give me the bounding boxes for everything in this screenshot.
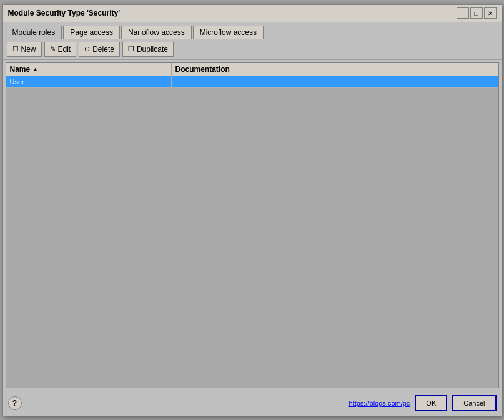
duplicate-button[interactable]: ❐ Duplicate — [122, 42, 174, 57]
footer: ? https://blogs.com/pc OK Cancel — [3, 391, 502, 416]
footer-right: https://blogs.com/pc OK Cancel — [349, 395, 497, 411]
table-row[interactable]: User — [6, 76, 498, 88]
tab-bar: Module roles Page access Nanoflow access… — [3, 22, 502, 39]
ok-button[interactable]: OK — [415, 395, 447, 411]
window-title: Module Security Type 'Security' — [8, 9, 121, 17]
help-button[interactable]: ? — [8, 396, 22, 410]
duplicate-icon: ❐ — [128, 45, 134, 53]
footer-left: ? — [8, 396, 22, 410]
maximize-button[interactable]: □ — [470, 7, 483, 19]
tab-page-access[interactable]: Page access — [63, 26, 120, 39]
footer-link[interactable]: https://blogs.com/pc — [349, 399, 410, 407]
cell-documentation — [172, 76, 498, 87]
delete-icon: ⊖ — [84, 45, 90, 53]
column-documentation-header[interactable]: Documentation — [172, 63, 498, 76]
edit-icon: ✎ — [50, 45, 56, 53]
cell-name: User — [6, 76, 172, 87]
new-button[interactable]: ☐ New — [7, 42, 42, 57]
new-icon: ☐ — [12, 45, 19, 53]
main-window: Module Security Type 'Security' — □ ✕ Mo… — [2, 4, 502, 416]
cancel-button[interactable]: Cancel — [452, 395, 496, 411]
delete-button[interactable]: ⊖ Delete — [79, 42, 120, 57]
tab-module-roles[interactable]: Module roles — [6, 26, 62, 39]
table-body: User — [6, 76, 498, 386]
tab-microflow-access[interactable]: Microflow access — [193, 26, 264, 39]
title-bar-controls: — □ ✕ — [457, 7, 497, 19]
close-button[interactable]: ✕ — [484, 7, 497, 19]
table-container: Name ▲ Documentation User — [6, 62, 499, 388]
edit-button[interactable]: ✎ Edit — [44, 42, 77, 57]
sort-arrow-icon: ▲ — [32, 66, 38, 72]
tab-nanoflow-access[interactable]: Nanoflow access — [121, 26, 192, 39]
title-bar: Module Security Type 'Security' — □ ✕ — [3, 5, 502, 22]
toolbar: ☐ New ✎ Edit ⊖ Delete ❐ Duplicate — [3, 39, 502, 60]
table-header: Name ▲ Documentation — [6, 63, 498, 76]
column-name-header[interactable]: Name ▲ — [6, 63, 172, 76]
minimize-button[interactable]: — — [457, 7, 469, 19]
content-area: Name ▲ Documentation User — [3, 60, 502, 391]
